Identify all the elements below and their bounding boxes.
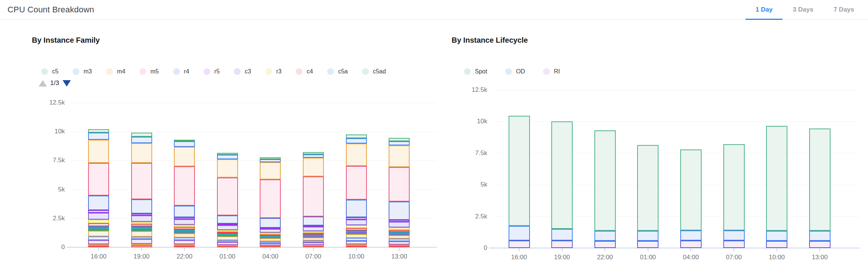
bar-segment-m4[interactable]	[260, 162, 281, 179]
bar-segment-other-5[interactable]	[260, 238, 281, 241]
bar-segment-other-5[interactable]	[346, 234, 367, 238]
bar-segment-c3[interactable]	[303, 227, 324, 231]
bar-segment-c5[interactable]	[346, 134, 367, 138]
bar-segment-other-4[interactable]	[131, 237, 152, 239]
bar-segment-c3[interactable]	[217, 225, 238, 230]
bar-segment-ri[interactable]	[551, 241, 573, 248]
bar-segment-c4[interactable]	[389, 230, 410, 232]
bar-segment-c5[interactable]	[303, 152, 324, 154]
bar-segment-ri[interactable]	[509, 241, 530, 248]
bar-segment-spot[interactable]	[766, 126, 787, 231]
bar-segment-other-3[interactable]	[131, 239, 152, 244]
bar-segment-od[interactable]	[637, 231, 658, 241]
bar-segment-r3[interactable]	[88, 220, 109, 223]
bar-segment-r4[interactable]	[303, 217, 324, 226]
bar-segment-c3[interactable]	[260, 229, 281, 233]
legend-item-c5ad[interactable]: c5ad	[362, 68, 386, 75]
bar-segment-r5[interactable]	[174, 217, 195, 219]
bar-segment-spot[interactable]	[551, 121, 573, 229]
bar-segment-c5a[interactable]	[88, 226, 109, 228]
bar-segment-m3[interactable]	[217, 155, 238, 159]
legend-item-m3[interactable]: m3	[73, 68, 92, 75]
bar-segment-spot[interactable]	[809, 129, 831, 231]
bar-segment-r3[interactable]	[389, 227, 410, 230]
bar-segment-m5[interactable]	[389, 167, 410, 202]
bar-segment-m5[interactable]	[88, 163, 109, 196]
legend-item-c5[interactable]: c5	[41, 68, 58, 75]
bar-segment-od[interactable]	[723, 230, 745, 241]
bar-segment-other-2[interactable]	[346, 244, 367, 246]
legend-item-r5[interactable]: r5	[204, 68, 220, 75]
bar-segment-other-3[interactable]	[389, 241, 410, 245]
bar-segment-other-1[interactable]	[131, 245, 152, 247]
bar-segment-od[interactable]	[509, 226, 530, 241]
bar-segment-r4[interactable]	[346, 200, 367, 217]
bar-segment-spot[interactable]	[723, 144, 745, 230]
legend-item-od[interactable]: OD	[505, 68, 525, 75]
bar-segment-ri[interactable]	[594, 241, 616, 248]
bar-segment-m3[interactable]	[389, 141, 410, 145]
bar-segment-c5[interactable]	[260, 157, 281, 159]
bar-segment-r4[interactable]	[88, 196, 109, 210]
bar-segment-m4[interactable]	[131, 143, 152, 163]
legend-item-m5[interactable]: m5	[139, 68, 159, 75]
bar-segment-other-1[interactable]	[174, 246, 195, 247]
bar-segment-other-4[interactable]	[88, 236, 109, 240]
bar-segment-r3[interactable]	[217, 230, 238, 232]
bar-segment-other-4[interactable]	[174, 238, 195, 240]
bar-segment-other-3[interactable]	[174, 240, 195, 244]
bar-segment-r4[interactable]	[131, 199, 152, 214]
bar-segment-ri[interactable]	[809, 241, 831, 248]
bar-segment-c5[interactable]	[131, 133, 152, 137]
bar-segment-m5[interactable]	[346, 166, 367, 200]
bar-segment-c5a[interactable]	[131, 226, 152, 228]
bar-segment-other-4[interactable]	[303, 241, 324, 242]
legend-page-up-icon[interactable]	[39, 80, 47, 87]
bar-segment-other-2[interactable]	[131, 244, 152, 245]
bar-segment-r3[interactable]	[346, 225, 367, 228]
bar-segment-c5[interactable]	[389, 138, 410, 141]
bar-segment-ri[interactable]	[680, 241, 702, 248]
bar-segment-m3[interactable]	[303, 154, 324, 158]
bar-segment-other-4[interactable]	[346, 238, 367, 241]
bar-segment-other-1[interactable]	[346, 246, 367, 247]
bar-segment-c5[interactable]	[174, 140, 195, 141]
legend-item-spot[interactable]: Spot	[464, 68, 487, 75]
legend-item-r3[interactable]: r3	[265, 68, 281, 75]
bar-segment-r4[interactable]	[217, 215, 238, 224]
bar-segment-m5[interactable]	[131, 163, 152, 199]
tab-1-day[interactable]: 1 Day	[745, 0, 783, 20]
bar-segment-c3[interactable]	[389, 222, 410, 227]
bar-segment-other-3[interactable]	[260, 243, 281, 245]
bar-segment-other-1[interactable]	[389, 246, 410, 247]
bar-segment-c4[interactable]	[346, 228, 367, 230]
bar-segment-m4[interactable]	[217, 159, 238, 178]
bar-segment-r3[interactable]	[303, 231, 324, 233]
bar-segment-spot[interactable]	[594, 130, 616, 231]
bar-segment-m4[interactable]	[389, 145, 410, 167]
legend-item-m4[interactable]: m4	[106, 68, 125, 75]
bar-segment-m3[interactable]	[174, 141, 195, 147]
bar-segment-r5[interactable]	[389, 220, 410, 222]
bar-segment-m3[interactable]	[131, 137, 152, 143]
bar-segment-m5[interactable]	[303, 176, 324, 217]
bar-segment-m5[interactable]	[174, 166, 195, 206]
bar-segment-c5[interactable]	[217, 153, 238, 155]
bar-segment-c3[interactable]	[88, 213, 109, 220]
legend-page-down-icon[interactable]	[63, 80, 71, 87]
bar-segment-r5[interactable]	[131, 214, 152, 215]
bar-segment-m4[interactable]	[346, 143, 367, 166]
bar-segment-m3[interactable]	[260, 159, 281, 162]
bar-segment-c3[interactable]	[174, 219, 195, 225]
bar-segment-od[interactable]	[809, 231, 831, 241]
bar-segment-other-5[interactable]	[88, 231, 109, 236]
bar-segment-other-1[interactable]	[88, 246, 109, 247]
bar-segment-other-3[interactable]	[88, 240, 109, 244]
bar-segment-spot[interactable]	[680, 149, 702, 230]
bar-segment-m5[interactable]	[260, 179, 281, 218]
tab-7-days[interactable]: 7 Days	[823, 0, 864, 20]
bar-segment-m4[interactable]	[174, 147, 195, 166]
bar-segment-od[interactable]	[766, 231, 787, 241]
legend-item-c3[interactable]: c3	[234, 68, 251, 75]
bar-segment-r3[interactable]	[174, 225, 195, 227]
